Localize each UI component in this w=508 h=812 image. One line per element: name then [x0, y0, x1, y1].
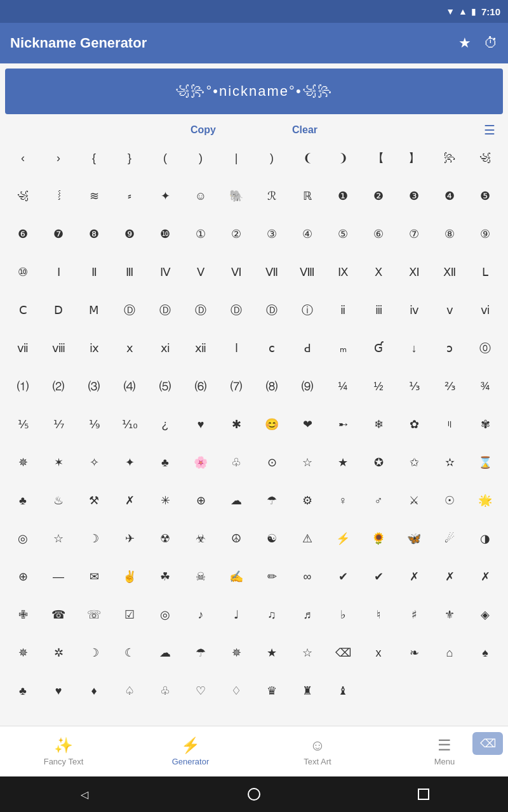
symbol-cell[interactable]: ✵ [218, 638, 254, 667]
symbol-cell[interactable]: ⚠ [290, 524, 325, 553]
symbol-cell[interactable]: ❸ [396, 181, 432, 211]
symbol-cell[interactable]: ⚔ [396, 486, 432, 515]
symbol-cell[interactable]: Ⅲ [112, 258, 147, 287]
symbol-cell[interactable]: ℛ [254, 181, 290, 211]
symbol-cell[interactable]: ↓ [396, 334, 432, 363]
symbol-cell[interactable]: Ⅼ [467, 258, 503, 287]
symbol-cell[interactable]: ✙ [5, 600, 41, 629]
symbol-cell[interactable]: ② [218, 219, 254, 249]
symbol-cell[interactable]: ✶ [41, 448, 76, 477]
symbol-cell[interactable]: ☁ [218, 486, 254, 515]
symbol-cell[interactable]: ❹ [432, 181, 467, 211]
symbol-cell[interactable]: ☑ [112, 600, 147, 629]
symbol-cell[interactable]: ¾ [467, 372, 503, 401]
symbol-cell[interactable]: ❾ [112, 219, 147, 249]
symbol-cell[interactable]: ꓒ [290, 334, 325, 363]
recents-button[interactable] [411, 782, 436, 807]
symbol-cell[interactable]: ⅓ [396, 372, 432, 401]
symbol-cell[interactable]: ✌ [112, 562, 147, 591]
symbol-cell[interactable]: ⌂ [432, 638, 467, 667]
symbol-cell[interactable]: ★ [254, 638, 290, 667]
symbol-cell[interactable]: ⅶ [5, 334, 41, 363]
symbol-cell[interactable]: ⅲ [361, 296, 396, 325]
symbol-cell[interactable]: ¿ [147, 410, 183, 439]
symbol-cell[interactable]: ♬ [290, 600, 325, 629]
symbol-cell[interactable]: Ⅱ [76, 258, 112, 287]
symbol-cell[interactable]: ☺ [183, 181, 218, 211]
symbol-cell[interactable]: ⅴ [432, 296, 467, 325]
symbol-cell[interactable]: ) [183, 143, 218, 173]
symbol-cell[interactable]: ⅵ [467, 296, 503, 325]
symbol-cell[interactable]: ♡ [183, 676, 218, 705]
symbol-cell[interactable]: ♣ [147, 448, 183, 477]
symbol-cell[interactable]: ⚙ [290, 486, 325, 515]
symbol-cell[interactable]: ⑵ [41, 372, 76, 401]
symbol-cell[interactable]: ⑴ [5, 372, 41, 401]
symbol-cell[interactable]: ♩ [218, 600, 254, 629]
symbol-cell[interactable]: ⑹ [183, 372, 218, 401]
symbol-cell[interactable]: 🌻 [361, 524, 396, 553]
symbol-cell[interactable]: ☯ [254, 524, 290, 553]
symbol-cell[interactable]: ✈ [112, 524, 147, 553]
symbol-cell[interactable]: ⅹ [112, 334, 147, 363]
symbol-cell[interactable]: ⑸ [147, 372, 183, 401]
symbol-cell[interactable]: ☁ [147, 638, 183, 667]
symbol-cell[interactable]: ❷ [361, 181, 396, 211]
symbol-cell[interactable]: ❶ [325, 181, 361, 211]
symbol-cell[interactable]: { [76, 143, 112, 173]
symbol-cell[interactable]: ꧁ [467, 143, 503, 173]
symbol-cell[interactable]: ♜ [290, 676, 325, 705]
symbol-cell[interactable]: ♥ [41, 676, 76, 705]
nav-fancy-text[interactable]: ✨ Fancy Text [0, 726, 127, 776]
symbol-cell[interactable]: ✿ [396, 410, 432, 439]
symbol-cell[interactable]: 🦋 [396, 524, 432, 553]
symbol-cell[interactable]: ♧ [147, 676, 183, 705]
symbol-cell[interactable]: Ⅺ [396, 258, 432, 287]
symbol-cell[interactable]: Ⅻ [432, 258, 467, 287]
symbol-cell[interactable]: ☂ [254, 486, 290, 515]
symbol-cell[interactable]: ⸾ [41, 181, 76, 211]
symbol-cell[interactable]: ⅽ [254, 334, 290, 363]
symbol-cell[interactable]: ☢ [147, 524, 183, 553]
symbol-cell[interactable]: x [361, 638, 396, 667]
symbol-cell[interactable]: 【 [361, 143, 396, 173]
symbol-cell[interactable]: ♧ [218, 448, 254, 477]
symbol-cell[interactable]: ⅸ [76, 334, 112, 363]
symbol-cell[interactable]: Ⓓ [147, 296, 183, 325]
symbol-cell[interactable]: Ⅳ [147, 258, 183, 287]
symbol-cell[interactable]: ☘ [147, 562, 183, 591]
symbol-cell[interactable]: ꧁ [5, 181, 41, 211]
symbol-cell[interactable]: ⅔ [432, 372, 467, 401]
symbol-cell[interactable]: ✩ [396, 448, 432, 477]
symbol-cell[interactable]: ( [147, 143, 183, 173]
symbol-cell[interactable]: ✗ [432, 562, 467, 591]
symbol-cell[interactable]: ♣ [5, 486, 41, 515]
symbol-cell[interactable]: ⊕ [183, 486, 218, 515]
symbol-cell[interactable]: ✏ [254, 562, 290, 591]
symbol-cell[interactable]: ☽ [76, 524, 112, 553]
symbol-cell[interactable]: ⊙ [254, 448, 290, 477]
symbol-cell[interactable]: ✵ [5, 448, 41, 477]
symbol-cell[interactable]: ❽ [76, 219, 112, 249]
symbol-cell[interactable]: Ⅷ [290, 258, 325, 287]
symbol-cell[interactable]: ♪ [183, 600, 218, 629]
symbol-cell[interactable]: ✵ [5, 638, 41, 667]
symbol-cell[interactable]: ⅑ [76, 410, 112, 439]
favorite-button[interactable]: ★ [458, 35, 471, 51]
symbol-cell[interactable]: ⑩ [5, 258, 41, 287]
symbol-cell[interactable]: Ⅿ [76, 296, 112, 325]
symbol-cell[interactable]: ☠ [183, 562, 218, 591]
symbol-cell[interactable]: ◎ [147, 600, 183, 629]
symbol-cell[interactable]: ✦ [147, 181, 183, 211]
symbol-cell[interactable]: ③ [254, 219, 290, 249]
symbol-cell[interactable]: ɔ [432, 334, 467, 363]
symbol-cell[interactable]: ✫ [432, 448, 467, 477]
symbol-cell[interactable]: ⑥ [361, 219, 396, 249]
symbol-cell[interactable]: ❿ [147, 219, 183, 249]
symbol-cell[interactable]: ❨ [290, 143, 325, 173]
symbol-cell[interactable]: ¼ [325, 372, 361, 401]
symbol-cell[interactable]: ⅺ [147, 334, 183, 363]
symbol-cell[interactable]: Ⓓ [183, 296, 218, 325]
symbol-cell[interactable]: ⑼ [290, 372, 325, 401]
symbol-cell[interactable]: ❧ [396, 638, 432, 667]
